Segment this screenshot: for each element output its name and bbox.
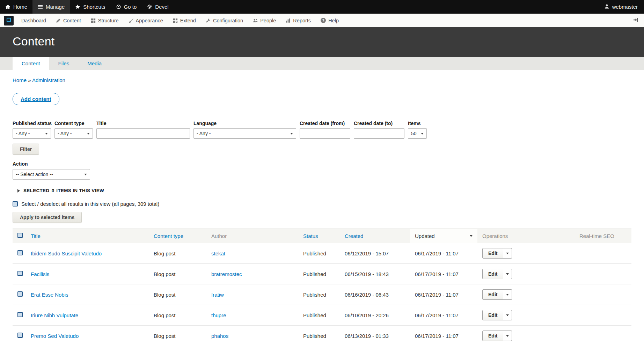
sort-by-status[interactable]: Status [303, 233, 318, 239]
created-date-to-input[interactable] [354, 128, 404, 139]
toolbar-item-home[interactable]: Home [0, 0, 32, 14]
chevron-down-icon [506, 294, 509, 296]
sort-by-created[interactable]: Created [345, 233, 363, 239]
filter-button[interactable]: Filter [13, 144, 39, 155]
selected-items-summary[interactable]: SELECTED 0 ITEMS IN THIS VIEW [17, 188, 631, 193]
row-status: Published [298, 305, 340, 326]
menu-item-label: Reports [293, 18, 311, 23]
menu-item-dashboard[interactable]: Dashboard [16, 14, 51, 27]
edit-dropbutton: Edit [482, 310, 512, 320]
row-title-link[interactable]: Erat Esse Nobis [31, 292, 68, 298]
menu-item-label: Help [328, 18, 339, 23]
collapsed-triangle-icon [17, 189, 20, 193]
select-all-row: Select / deselect all results in this vi… [13, 201, 631, 207]
row-checkbox[interactable] [17, 250, 23, 255]
menu-item-reports[interactable]: Reports [281, 14, 316, 27]
language-label: Language [193, 121, 296, 126]
toolbar-item-devel[interactable]: Devel [142, 0, 174, 14]
row-created: 06/16/2019 - 06:43 [340, 284, 410, 305]
row-author-link[interactable]: bratremostec [211, 271, 242, 277]
table-row: Facilisis Blog post bratremostec Publish… [13, 264, 631, 284]
created-date-from-input[interactable] [300, 128, 350, 139]
published-status-select[interactable]: - Any - [13, 128, 51, 139]
menu-item-configuration[interactable]: Configuration [201, 14, 248, 27]
select-all-pages-checkbox[interactable] [13, 201, 18, 206]
row-author-link[interactable]: stekat [211, 251, 225, 256]
row-checkbox[interactable] [17, 271, 23, 276]
edit-dropbutton: Edit [482, 269, 512, 279]
row-checkbox[interactable] [17, 291, 23, 297]
toolbar-item-label: Devel [155, 4, 168, 10]
created-from-label: Created date (from) [300, 121, 350, 126]
brush-icon [129, 18, 133, 23]
row-status: Published [298, 264, 340, 284]
menu-item-extend[interactable]: Extend [168, 14, 201, 27]
toolbar-item-manage[interactable]: Manage [32, 0, 70, 14]
breadcrumb-administration-link[interactable]: Administration [32, 77, 65, 83]
edit-dropdown-toggle[interactable] [503, 269, 512, 279]
drupal-icon [6, 17, 12, 24]
menu-item-structure[interactable]: Structure [86, 14, 124, 27]
tab-content[interactable]: Content [13, 57, 49, 70]
menu-icon [38, 4, 43, 9]
row-content-type: Blog post [149, 243, 206, 264]
content-type-select[interactable]: - Any - [54, 128, 93, 139]
toolbar-user-menu[interactable]: webmaster [598, 0, 644, 14]
toolbar-item-goto[interactable]: Go to [111, 0, 142, 14]
row-seo [575, 326, 631, 341]
apply-to-selected-button[interactable]: Apply to selected items [13, 212, 82, 223]
chevron-down-icon [45, 133, 48, 135]
toolbar-item-shortcuts[interactable]: Shortcuts [70, 0, 110, 14]
seo-header: Real-time SEO [575, 229, 631, 243]
edit-dropdown-toggle[interactable] [503, 248, 512, 259]
toolbar-orientation-toggle[interactable] [627, 17, 644, 24]
edit-dropbutton: Edit [482, 289, 512, 300]
edit-button[interactable]: Edit [482, 289, 503, 300]
edit-button[interactable]: Edit [482, 269, 503, 279]
sort-by-updated[interactable]: Updated [415, 233, 435, 239]
edit-dropbutton: Edit [482, 331, 512, 341]
row-author-link[interactable]: fratiw [211, 292, 224, 298]
select-value: - Any - [197, 131, 211, 136]
menu-item-people[interactable]: People [248, 14, 281, 27]
tab-media[interactable]: Media [78, 57, 111, 70]
sort-by-title[interactable]: Title [31, 233, 41, 239]
row-author-link[interactable]: phahos [211, 333, 228, 339]
operations-header: Operations [477, 229, 575, 243]
table-row: Ibidem Sudo Suscipit Valetudo Blog post … [13, 243, 631, 264]
row-title-link[interactable]: Premo Sed Valetudo [31, 333, 79, 339]
menu-item-appearance[interactable]: Appearance [124, 14, 168, 27]
edit-dropdown-toggle[interactable] [503, 289, 512, 300]
row-status: Published [298, 243, 340, 264]
breadcrumb-home-link[interactable]: Home [13, 77, 27, 83]
drupal-logo-tile[interactable] [4, 16, 14, 26]
row-title-link[interactable]: Facilisis [31, 271, 49, 277]
edit-dropdown-toggle[interactable] [503, 310, 512, 320]
add-content-button[interactable]: Add content [13, 93, 59, 105]
edit-dropdown-toggle[interactable] [503, 331, 512, 341]
menu-item-label: Content [63, 18, 81, 23]
edit-button[interactable]: Edit [482, 310, 503, 320]
content-type-label: Content type [54, 121, 93, 126]
row-title-link[interactable]: Ibidem Sudo Suscipit Valetudo [31, 251, 102, 256]
row-checkbox[interactable] [17, 312, 23, 317]
edit-button[interactable]: Edit [482, 248, 503, 259]
select-value: -- Select action -- [16, 172, 53, 177]
row-checkbox[interactable] [17, 333, 23, 338]
tab-files[interactable]: Files [49, 57, 79, 70]
title-filter-input[interactable] [96, 128, 190, 139]
row-title-link[interactable]: Iriure Nibh Vulputate [31, 312, 78, 318]
language-select[interactable]: - Any - [193, 128, 296, 139]
row-author-link[interactable]: thupre [211, 312, 226, 318]
select-all-checkbox[interactable] [17, 233, 23, 238]
items-per-page-select[interactable]: 50 [408, 128, 427, 139]
menu-item-content[interactable]: Content [51, 14, 86, 27]
row-status: Published [298, 326, 340, 341]
table-header-row: Title Content type Author Status Created… [13, 229, 631, 243]
menu-item-help[interactable]: ? Help [316, 14, 344, 27]
edit-button[interactable]: Edit [482, 331, 503, 341]
modules-icon [173, 18, 178, 23]
row-created: 06/13/2019 - 01:33 [340, 326, 410, 341]
action-select[interactable]: -- Select action -- [13, 169, 90, 180]
sort-by-content-type[interactable]: Content type [154, 233, 183, 239]
